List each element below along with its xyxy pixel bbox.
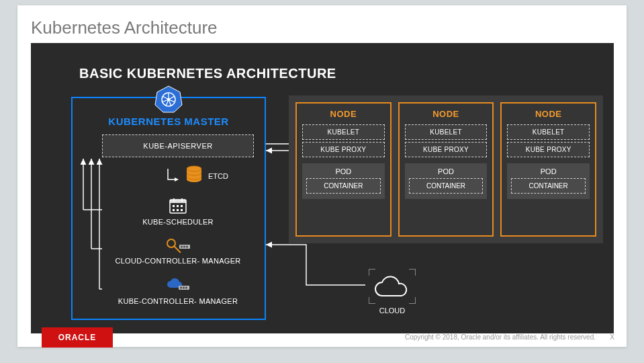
kcm-label: KUBE-CONTROLLER- MANAGER bbox=[102, 297, 254, 305]
cloud-gear-icon bbox=[102, 276, 254, 294]
pod-box: POD CONTAINER bbox=[302, 163, 385, 199]
cloud-group: CLOUD bbox=[365, 269, 419, 315]
calendar-icon bbox=[102, 196, 254, 215]
svg-rect-34 bbox=[183, 246, 185, 248]
svg-rect-24 bbox=[173, 205, 175, 207]
kubelet-box: KUBELET bbox=[405, 124, 488, 140]
node-2: NODE KUBELET KUBE PROXY POD CONTAINER bbox=[398, 102, 494, 237]
node-title: NODE bbox=[432, 109, 459, 119]
container-box: CONTAINER bbox=[511, 178, 586, 194]
svg-rect-39 bbox=[185, 287, 187, 289]
pod-title: POD bbox=[306, 167, 381, 175]
svg-rect-37 bbox=[180, 287, 182, 289]
scheduler-label: KUBE-SCHEDULER bbox=[102, 218, 254, 226]
kubelet-box: KUBELET bbox=[507, 124, 590, 140]
kube-proxy-box: KUBE PROXY bbox=[302, 142, 385, 157]
pod-box: POD CONTAINER bbox=[507, 163, 590, 199]
kubelet-box: KUBELET bbox=[302, 124, 385, 140]
svg-rect-33 bbox=[181, 246, 183, 248]
page-number: X bbox=[610, 333, 614, 341]
svg-rect-35 bbox=[186, 246, 188, 248]
container-box: CONTAINER bbox=[306, 178, 381, 194]
cloud-controller-manager-group: CLOUD-CONTROLLER- MANAGER bbox=[102, 235, 254, 265]
container-box: CONTAINER bbox=[409, 178, 484, 194]
svg-rect-28 bbox=[177, 209, 179, 211]
pod-title: POD bbox=[511, 167, 586, 175]
svg-rect-26 bbox=[181, 205, 183, 207]
kube-proxy-box: KUBE PROXY bbox=[405, 142, 488, 157]
copyright-text: Copyright © 2018, Oracle and/or its affi… bbox=[405, 333, 596, 341]
svg-rect-25 bbox=[177, 205, 179, 207]
slide-title: Kubernetes Architecture bbox=[31, 17, 218, 38]
svg-point-17 bbox=[167, 98, 170, 101]
architecture-diagram: BASIC KUBERNETES ARCHITECTURE bbox=[31, 43, 614, 333]
etcd-label: ETCD bbox=[208, 172, 228, 180]
svg-rect-29 bbox=[181, 209, 183, 211]
kube-controller-manager-group: KUBE-CONTROLLER- MANAGER bbox=[102, 276, 254, 305]
kube-proxy-box: KUBE PROXY bbox=[507, 142, 590, 157]
etcd-group: ETCD bbox=[165, 165, 228, 187]
svg-rect-21 bbox=[170, 200, 186, 203]
node-1: NODE KUBELET KUBE PROXY POD CONTAINER bbox=[295, 102, 392, 237]
node-title: NODE bbox=[330, 109, 357, 119]
kubernetes-master-panel: KUBERNETES MASTER KUBE-APISERVER bbox=[71, 97, 266, 320]
node-3: NODE KUBELET KUBE PROXY POD CONTAINER bbox=[500, 102, 596, 237]
kube-apiserver-box: KUBE-APISERVER bbox=[102, 134, 254, 157]
etcd-arrow-icon bbox=[165, 167, 180, 186]
oracle-logo: ORACLE bbox=[42, 327, 113, 348]
svg-rect-38 bbox=[183, 287, 185, 289]
nodes-panel: NODE KUBELET KUBE PROXY POD CONTAINER NO… bbox=[289, 95, 603, 243]
diagram-title: BASIC KUBERNETES ARCHITECTURE bbox=[79, 66, 336, 81]
slide: Kubernetes Architecture BASIC KUBERNETES… bbox=[17, 5, 627, 347]
kubernetes-logo-icon bbox=[154, 85, 183, 113]
pod-box: POD CONTAINER bbox=[405, 163, 488, 199]
kube-scheduler-group: KUBE-SCHEDULER bbox=[102, 196, 254, 226]
etcd-database-icon bbox=[185, 165, 203, 187]
node-title: NODE bbox=[535, 109, 562, 119]
master-title: KUBERNETES MASTER bbox=[73, 116, 265, 127]
svg-rect-27 bbox=[173, 209, 175, 211]
pod-title: POD bbox=[409, 167, 484, 175]
page-root: Kubernetes Architecture BASIC KUBERNETES… bbox=[0, 0, 644, 363]
key-gear-icon bbox=[102, 235, 254, 254]
ccm-label: CLOUD-CONTROLLER- MANAGER bbox=[102, 257, 254, 265]
cloud-label: CLOUD bbox=[365, 307, 419, 315]
cloud-frame bbox=[369, 269, 416, 304]
